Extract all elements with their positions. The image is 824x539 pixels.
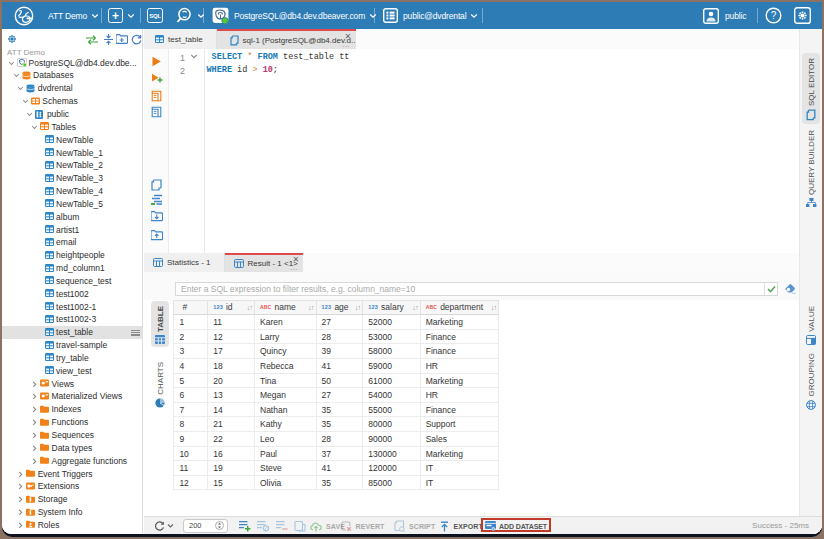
svg-text:?: ? <box>771 10 777 21</box>
